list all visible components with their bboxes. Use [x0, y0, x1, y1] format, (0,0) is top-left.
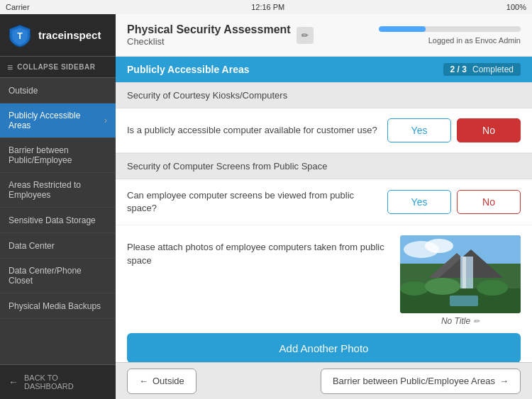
progress-bar-fill [379, 26, 426, 32]
sidebar-item-sensitive-data[interactable]: Sensitive Data Storage [0, 208, 116, 233]
kiosks-section-title: Security of Courtesy Kiosks/Computers [127, 90, 287, 101]
no-button-2[interactable]: No [457, 190, 521, 214]
menu-icon: ≡ [7, 62, 13, 73]
sidebar-item-outside[interactable]: Outside [0, 78, 116, 103]
edit-title-button[interactable]: ✏ [297, 27, 314, 44]
svg-rect-8 [462, 257, 466, 292]
back-button[interactable]: ← Outside [127, 369, 196, 394]
collapse-label: COLLAPSE SIDEBAR [17, 63, 95, 71]
battery-text: 100% [506, 3, 526, 11]
sidebar-item-label: Physical Media Backups [9, 301, 101, 311]
back-arrow-icon: ← [139, 376, 148, 386]
back-to-dashboard-label: BACK TO DASHBOARD [24, 373, 107, 390]
thumbnail-image [400, 235, 521, 313]
content-area: Security of Courtesy Kiosks/Computers Is… [116, 82, 532, 362]
svg-point-12 [477, 280, 508, 296]
section-title: Publicly Accessible Areas [127, 64, 250, 75]
arrow-left-icon: ← [9, 376, 18, 388]
no-button-1[interactable]: No [457, 118, 521, 142]
progress-badge: 2 / 3 Completed [443, 63, 521, 76]
carrier-text: Carrier [6, 3, 30, 11]
photo-thumbnail[interactable] [400, 235, 521, 313]
header-right: Logged in as Envoc Admin [379, 26, 521, 45]
collapse-sidebar-button[interactable]: ≡ COLLAPSE SIDEBAR [0, 57, 116, 78]
badge-label: Completed [472, 64, 514, 74]
svg-text:T: T [17, 31, 23, 41]
photo-instructions: Please attach photos of employee compute… [127, 235, 389, 266]
sidebar-item-areas-restricted[interactable]: Areas Restricted to Employees [0, 173, 116, 208]
sidebar-item-data-center[interactable]: Data Center [0, 233, 116, 259]
answer-buttons-2: Yes No [387, 190, 521, 214]
question-text-2: Can employee computer screens be viewed … [127, 189, 379, 215]
sidebar-item-barrier[interactable]: Barrier between Public/Employee [0, 138, 116, 173]
back-button-label: Outside [153, 376, 184, 386]
chevron-right-icon: › [104, 116, 107, 125]
photo-title: No Title [441, 316, 470, 326]
sidebar-item-publicly-accessible[interactable]: Publicly Accessible Areas › [0, 103, 116, 138]
next-arrow-icon: → [499, 376, 509, 386]
header-title-text: Physical Security Assessment [127, 23, 291, 36]
svg-point-11 [425, 278, 460, 295]
status-bar: Carrier 12:16 PM 100% [0, 0, 532, 14]
logged-in-text: Logged in as Envoc Admin [428, 36, 521, 45]
edit-caption-icon[interactable]: ✏ [473, 317, 480, 326]
photo-row: Please attach photos of employee compute… [127, 235, 521, 326]
photo-caption: No Title ✏ [441, 316, 480, 326]
screens-section: Security of Computer Screens from Public… [116, 153, 532, 362]
sidebar-item-label: Data Center/Phone Closet [9, 266, 107, 286]
add-photo-label: Add Another Photo [279, 342, 369, 354]
back-to-dashboard-button[interactable]: ← BACK TO DASHBOARD [0, 364, 116, 399]
next-button-label: Barrier between Public/Employee Areas [333, 376, 495, 386]
header-title-block: Physical Security Assessment Checklist ✏ [127, 23, 314, 47]
kiosks-section-header: Security of Courtesy Kiosks/Computers [116, 82, 532, 108]
main-content: Publicly Accessible Areas 2 / 3 Complete… [116, 57, 532, 399]
svg-point-3 [425, 239, 453, 253]
question-text-1: Is a publicly accessible computer availa… [127, 124, 379, 137]
sidebar: T traceinspect ≡ COLLAPSE SIDEBAR Outsid… [0, 14, 116, 399]
bottom-nav: ← Outside Barrier between Public/Employe… [116, 362, 532, 399]
header-subtitle-text: Checklist [127, 36, 291, 47]
yes-button-2[interactable]: Yes [387, 190, 451, 214]
sidebar-logo: T traceinspect [0, 14, 116, 57]
sidebar-item-label: Sensitive Data Storage [9, 215, 96, 225]
sidebar-item-label: Publicly Accessible Areas [9, 111, 104, 130]
sidebar-item-label: Outside [9, 86, 38, 96]
time-text: 12:16 PM [251, 3, 284, 11]
progress-bar [379, 26, 521, 32]
badge-count: 2 / 3 [450, 64, 467, 74]
sidebar-item-label: Areas Restricted to Employees [9, 180, 107, 200]
svg-point-10 [400, 281, 428, 296]
svg-rect-7 [460, 257, 473, 292]
shield-icon: T [7, 23, 33, 48]
question-row-2: Can employee computer screens be viewed … [116, 179, 532, 225]
sidebar-item-label: Data Center [9, 241, 55, 251]
question-row-1: Is a publicly accessible computer availa… [116, 108, 532, 153]
next-button[interactable]: Barrier between Public/Employee Areas → [321, 369, 521, 394]
header: Physical Security Assessment Checklist ✏… [116, 14, 532, 57]
screens-section-title: Security of Computer Screens from Public… [127, 161, 328, 172]
header-title: Physical Security Assessment Checklist [127, 23, 291, 47]
sidebar-item-label: Barrier between Public/Employee [9, 145, 107, 165]
photo-block: No Title ✏ [400, 235, 521, 326]
sidebar-item-physical-media[interactable]: Physical Media Backups [0, 293, 116, 319]
sidebar-item-data-center-phone[interactable]: Data Center/Phone Closet [0, 259, 116, 293]
yes-button-1[interactable]: Yes [387, 118, 451, 142]
pencil-icon: ✏ [301, 30, 309, 40]
answer-buttons-1: Yes No [387, 118, 521, 142]
logo-text: traceinspect [38, 29, 101, 41]
screens-section-header: Security of Computer Screens from Public… [116, 153, 532, 179]
section-header: Publicly Accessible Areas 2 / 3 Complete… [116, 57, 532, 82]
svg-rect-13 [450, 296, 478, 306]
add-another-photo-button[interactable]: Add Another Photo [127, 333, 521, 362]
photo-section: Please attach photos of employee compute… [116, 225, 532, 362]
kiosks-section: Security of Courtesy Kiosks/Computers Is… [116, 82, 532, 153]
